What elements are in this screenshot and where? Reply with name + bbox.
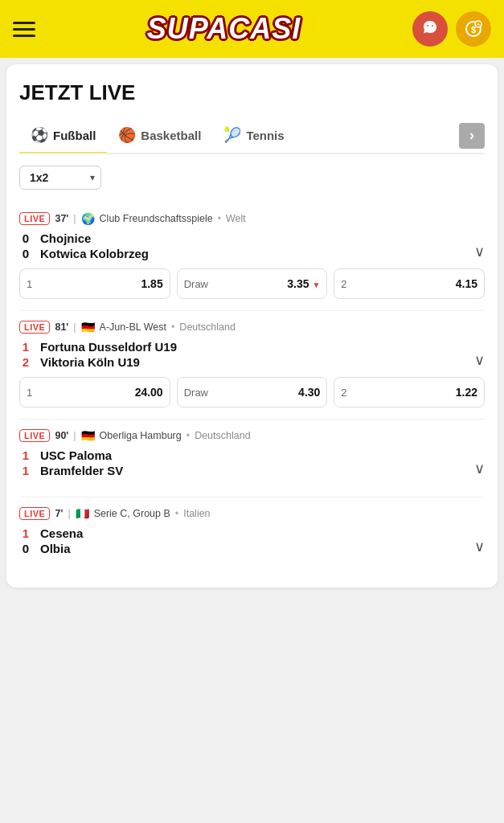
team-row-1: 0 Chojnice — [19, 231, 485, 245]
match-card: LIVE 81' | 🇩🇪 A-Jun-BL West • Deutschlan… — [19, 311, 485, 420]
team2-score: 1 — [19, 464, 32, 477]
basketball-icon: 🏀 — [118, 126, 136, 144]
sport-tabs: ⚽ Fußball 🏀 Basketball 🎾 Tennis › — [19, 118, 485, 154]
fussball-icon: ⚽ — [31, 126, 48, 144]
expand-button[interactable]: ∨ — [474, 460, 485, 477]
team1-score: 1 — [19, 340, 32, 354]
odds-value-draw: 4.30 — [298, 386, 320, 399]
odds-arrow: ▼ — [312, 280, 320, 289]
match-time: 37' — [55, 213, 68, 224]
logo: SUPACASI — [147, 12, 301, 46]
odds-type-select[interactable]: 1x2 Handicap Total — [19, 166, 101, 190]
team1-name: USC Paloma — [40, 448, 112, 462]
odds-btn-1[interactable]: 1 1.85 — [19, 268, 170, 299]
match-time: 7' — [55, 508, 63, 519]
league-name: Oberliga Hamburg — [100, 430, 182, 441]
match-teams: 1 USC Paloma 1 Bramfelder SV ∨ — [19, 448, 485, 477]
odds-value-1: 1.85 — [141, 277, 162, 290]
odds-label-2: 2 — [341, 278, 346, 290]
odds-label-2: 2 — [341, 387, 346, 399]
matches-list: LIVE 37' | 🌍 Club Freundschaftsspiele • … — [19, 203, 485, 575]
tab-tennis[interactable]: 🎾 Tennis — [212, 118, 295, 154]
match-card: LIVE 7' | 🇮🇹 Serie C, Group B • Italien … — [19, 497, 485, 575]
svg-text:$: $ — [471, 25, 476, 35]
team-row-1: 1 Fortuna Dusseldorf U19 — [19, 340, 485, 354]
team2-name: Bramfelder SV — [40, 464, 123, 477]
match-meta: LIVE 90' | 🇩🇪 Oberliga Hamburg • Deutsch… — [19, 429, 485, 442]
header: SUPACASI $ + — [0, 0, 504, 58]
odds-value-1: 24.00 — [135, 386, 163, 399]
league-country: Welt — [226, 213, 246, 224]
expand-button[interactable]: ∨ — [474, 538, 485, 555]
league-name: Club Freundschaftsspiele — [100, 213, 213, 224]
team1-name: Fortuna Dusseldorf U19 — [40, 340, 177, 354]
odds-btn-2[interactable]: 2 4.15 — [334, 268, 485, 299]
match-meta: LIVE 7' | 🇮🇹 Serie C, Group B • Italien — [19, 507, 485, 520]
match-teams: 0 Chojnice 0 Kotwica Kolobrzeg ∨ — [19, 231, 485, 260]
filter-wrapper: 1x2 Handicap Total — [19, 166, 101, 190]
league-flag: 🇩🇪 — [81, 429, 95, 442]
team-row-1: 1 Cesena — [19, 526, 485, 540]
live-badge: LIVE — [19, 321, 50, 334]
live-badge: LIVE — [19, 212, 50, 225]
league-flag: 🇩🇪 — [81, 321, 95, 334]
menu-button[interactable] — [13, 22, 35, 37]
odds-btn-2[interactable]: 2 1.22 — [334, 377, 485, 407]
team2-name: Viktoria Köln U19 — [40, 355, 140, 369]
main-content: JETZT LIVE ⚽ Fußball 🏀 Basketball 🎾 Tenn… — [6, 64, 498, 588]
odds-btn-draw[interactable]: Draw 3.35 ▼ — [177, 268, 328, 299]
odds-label-1: 1 — [27, 387, 32, 399]
odds-btn-1[interactable]: 1 24.00 — [19, 377, 170, 407]
cat-button[interactable] — [412, 11, 448, 47]
team-row-2: 2 Viktoria Köln U19 — [19, 355, 485, 369]
live-badge: LIVE — [19, 507, 50, 520]
team2-score: 2 — [19, 355, 32, 369]
live-badge: LIVE — [19, 429, 50, 442]
tennis-icon: 🎾 — [223, 126, 241, 144]
odds-label-draw: Draw — [184, 387, 208, 399]
league-name: Serie C, Group B — [94, 508, 170, 519]
match-card: LIVE 90' | 🇩🇪 Oberliga Hamburg • Deutsch… — [19, 420, 485, 497]
tab-basketball[interactable]: 🏀 Basketball — [107, 118, 212, 154]
odds-row: 1 24.00 Draw 4.30 2 1.22 — [19, 377, 485, 407]
match-card: LIVE 37' | 🌍 Club Freundschaftsspiele • … — [19, 203, 485, 311]
team-row-1: 1 USC Paloma — [19, 448, 485, 462]
league-flag: 🌍 — [81, 212, 95, 225]
odds-value-draw: 3.35 ▼ — [287, 277, 320, 290]
odds-label-draw: Draw — [184, 278, 208, 290]
team1-name: Chojnice — [40, 231, 91, 245]
odds-value-2: 1.22 — [456, 386, 477, 399]
match-meta: LIVE 81' | 🇩🇪 A-Jun-BL West • Deutschlan… — [19, 321, 485, 334]
league-country: Italien — [183, 508, 210, 519]
expand-button[interactable]: ∨ — [474, 243, 485, 260]
separator: | — [73, 213, 76, 224]
tab-fussball[interactable]: ⚽ Fußball — [19, 118, 107, 154]
expand-button[interactable]: ∨ — [474, 351, 485, 369]
odds-btn-draw[interactable]: Draw 4.30 — [177, 377, 328, 407]
tabs-more-button[interactable]: › — [459, 123, 485, 149]
match-time: 90' — [55, 430, 68, 441]
team2-name: Kotwica Kolobrzeg — [40, 247, 149, 260]
team2-name: Olbia — [40, 542, 71, 555]
team2-score: 0 — [19, 542, 32, 555]
odds-label-1: 1 — [27, 278, 32, 290]
match-time: 81' — [55, 321, 68, 333]
match-teams: 1 Cesena 0 Olbia ∨ — [19, 526, 485, 555]
team-row-2: 1 Bramfelder SV — [19, 464, 485, 477]
team1-name: Cesena — [40, 526, 83, 540]
league-country: Deutschland — [195, 430, 251, 441]
separator2: • — [218, 213, 221, 224]
team1-score: 1 — [19, 448, 32, 462]
team-row-2: 0 Olbia — [19, 542, 485, 555]
deposit-button[interactable]: $ + — [456, 11, 491, 47]
svg-text:+: + — [477, 22, 480, 27]
team1-score: 1 — [19, 526, 32, 540]
filter-row: 1x2 Handicap Total — [19, 166, 485, 190]
league-name: A-Jun-BL West — [100, 321, 166, 333]
match-meta: LIVE 37' | 🌍 Club Freundschaftsspiele • … — [19, 212, 485, 225]
team2-score: 0 — [19, 247, 32, 260]
league-flag: 🇮🇹 — [76, 507, 89, 520]
odds-row: 1 1.85 Draw 3.35 ▼ 2 4.15 — [19, 268, 485, 299]
league-country: Deutschland — [179, 321, 236, 333]
match-teams: 1 Fortuna Dusseldorf U19 2 Viktoria Köln… — [19, 340, 485, 369]
